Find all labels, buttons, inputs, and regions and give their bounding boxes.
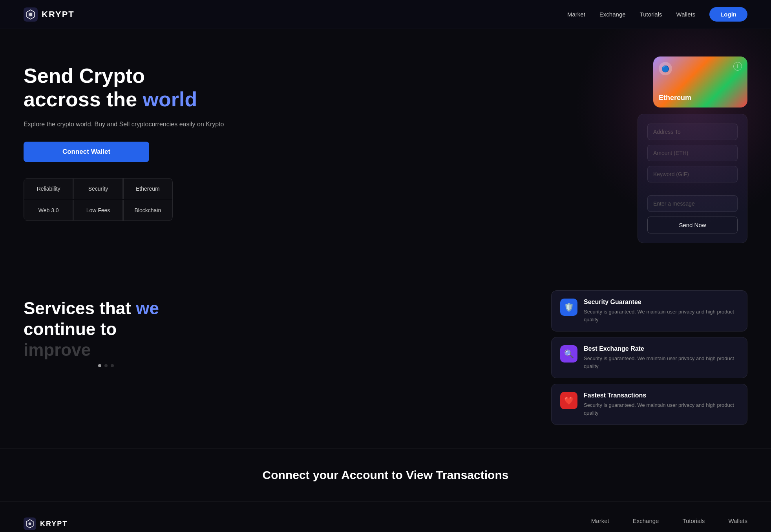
service-card-transactions: ❤️ Fastest Transactions Security is guar… [551,384,747,425]
services-title-we: we [136,299,159,318]
hero-left: Send Crypto accross the world Explore th… [24,56,228,221]
feature-reliability: Reliability [24,178,73,199]
nav-links: Market Exchange Tutorials Wallets Login [567,7,747,22]
nav-exchange[interactable]: Exchange [599,11,626,18]
feature-web3: Web 3.0 [24,200,73,221]
keyword-input[interactable] [647,166,738,182]
footer-nav-tutorials[interactable]: Tutorials [682,517,705,524]
exchange-desc: Security is guaranteed. We maintain user… [584,355,738,370]
hero-title-line2-plain: accross the [24,88,143,111]
logo-icon [24,7,38,22]
services-title-plain1: Services that [24,299,136,318]
address-input[interactable] [647,124,738,140]
eth-card-label: Ethereum [659,94,691,102]
footer-logo[interactable]: KRYPT [24,517,68,530]
hero-title-highlight: world [143,88,197,111]
hero-title: Send Crypto accross the world [24,64,228,111]
navbar: KRYPT Market Exchange Tutorials Wallets … [0,0,771,29]
hero-title-line1: Send Crypto [24,64,145,87]
services-title-continue: continue [24,319,100,339]
footer-nav-exchange[interactable]: Exchange [633,517,659,524]
security-content: Security Guarantee Security is guarantee… [584,299,738,323]
security-desc: Security is guaranteed. We maintain user… [584,308,738,323]
transactions-desc: Security is guaranteed. We maintain user… [584,401,738,417]
exchange-icon-wrap: 🔍 [560,345,577,363]
send-now-button[interactable]: Send Now [647,217,738,233]
search-icon: 🔍 [564,349,574,359]
exchange-content: Best Exchange Rate Security is guarantee… [584,345,738,370]
form-divider [647,189,738,189]
logo[interactable]: KRYPT [24,7,75,22]
shield-icon: 🛡️ [564,302,574,312]
hero-subtitle: Explore the crypto world. Buy and Sell c… [24,119,228,129]
eth-card-icon: 🔵 [659,62,672,75]
svg-point-3 [28,522,31,525]
footer-logo-icon [24,517,36,530]
feature-blockchain: Blockchain [123,200,172,221]
dot-2 [104,364,108,367]
services-title-to: to [100,319,117,339]
footer-nav: Market Exchange Tutorials Wallets [591,517,747,524]
hero-section: Send Crypto accross the world Explore th… [0,29,771,267]
services-left: Services that we continue to improve [24,290,188,375]
connect-wallet-button[interactable]: Connect Wallet [24,142,149,162]
scroll-dots [24,360,188,375]
services-title: Services that we continue to improve [24,298,188,360]
eth-card-info-icon: i [733,62,742,71]
service-card-security: 🛡️ Security Guarantee Security is guaran… [551,290,747,332]
heart-icon: ❤️ [564,396,574,405]
footer-brand-name: KRYPT [40,520,68,528]
nav-tutorials[interactable]: Tutorials [640,11,662,18]
nav-market[interactable]: Market [567,11,585,18]
features-grid: Reliability Security Ethereum Web 3.0 Lo… [24,178,173,221]
send-form: Send Now [638,114,747,243]
svg-point-1 [29,13,32,16]
footer: KRYPT Market Exchange Tutorials Wallets … [0,502,771,532]
transactions-content: Fastest Transactions Security is guarant… [584,392,738,417]
login-button[interactable]: Login [709,7,747,22]
footer-nav-wallets[interactable]: Wallets [728,517,747,524]
security-icon-wrap: 🛡️ [560,299,577,316]
message-input[interactable] [647,195,738,212]
eth-card: 🔵 i Ethereum [653,56,747,107]
nav-wallets[interactable]: Wallets [676,11,696,18]
transactions-icon-wrap: ❤️ [560,392,577,409]
exchange-title: Best Exchange Rate [584,345,738,352]
service-card-exchange: 🔍 Best Exchange Rate Security is guarant… [551,337,747,378]
footer-nav-market[interactable]: Market [591,517,609,524]
transactions-title: Fastest Transactions [584,392,738,399]
services-right: 🛡️ Security Guarantee Security is guaran… [551,290,747,425]
security-title: Security Guarantee [584,299,738,306]
amount-input[interactable] [647,145,738,161]
services-title-improve: improve [24,340,91,359]
services-section: Services that we continue to improve 🛡️ … [0,267,771,448]
logo-text: KRYPT [42,9,75,20]
dot-1 [98,364,101,367]
feature-ethereum: Ethereum [123,178,172,199]
footer-top: KRYPT Market Exchange Tutorials Wallets [24,517,747,532]
feature-lowfees: Low Fees [73,200,122,221]
connect-banner: Connect your Account to View Transaction… [0,448,771,502]
connect-banner-text: Connect your Account to View Transaction… [263,468,509,481]
feature-security: Security [73,178,122,199]
hero-right: 🔵 i Ethereum Send Now [528,56,747,243]
dot-3 [111,364,114,367]
